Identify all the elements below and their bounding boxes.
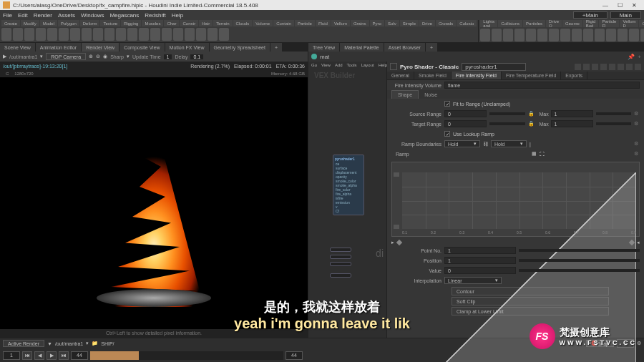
shelf-tool[interactable]	[1, 28, 11, 41]
param-icon[interactable]	[575, 64, 581, 70]
tab-exports[interactable]: Exports	[561, 72, 587, 79]
gear-icon[interactable]: ⚙	[634, 121, 640, 127]
ramp-preset-icon[interactable]: ▦	[532, 151, 537, 157]
start-frame[interactable]: 1	[3, 351, 20, 360]
shelf-tool[interactable]	[104, 28, 114, 41]
shelf-tool[interactable]	[537, 29, 547, 41]
shelf-tool[interactable]	[640, 29, 644, 41]
shelf-tab[interactable]: Collisions	[498, 20, 522, 27]
node-textures[interactable]	[330, 248, 351, 252]
first-frame-button[interactable]: ⏮	[22, 351, 32, 360]
menu-assets[interactable]: Assets	[58, 12, 75, 19]
shelf-tool[interactable]	[629, 29, 639, 41]
rop-camera-button[interactable]: ROP Camera	[46, 53, 86, 60]
ramp-editor[interactable]: 0.10.20.30.40.50.60.70.80.9	[391, 162, 640, 237]
shelf-tab[interactable]: Simple	[400, 20, 419, 26]
shelf-tab[interactable]: Clouds	[233, 20, 253, 26]
menu-megascans[interactable]: Megascans	[109, 12, 139, 19]
gear-icon[interactable]: ⚙	[634, 111, 640, 117]
shelf-tool[interactable]	[24, 28, 34, 41]
tab-tree-view[interactable]: Tree View	[308, 43, 339, 52]
play-button[interactable]: ▶	[47, 351, 57, 360]
shelf-tab[interactable]: Particle	[295, 20, 315, 26]
shelf-tool[interactable]	[116, 28, 126, 41]
shelf-tab[interactable]: Terrain	[213, 20, 232, 26]
lock-icon[interactable]: 🔒	[528, 111, 537, 117]
shelf-tab[interactable]: Contain	[273, 20, 294, 26]
shelf-tool[interactable]	[492, 29, 502, 41]
shelf-tab[interactable]: Polygon	[58, 20, 79, 26]
shelf-tab[interactable]: Drive O	[546, 20, 562, 27]
network-path[interactable]: mat	[320, 54, 329, 60]
shelf-tool[interactable]	[13, 28, 23, 41]
active-render-button[interactable]: Active Render	[3, 340, 44, 347]
shelf-tool[interactable]	[196, 28, 206, 41]
shelf-tool[interactable]	[560, 29, 570, 41]
shelf-tool[interactable]	[618, 29, 628, 41]
param-icon[interactable]	[618, 64, 624, 70]
shelf-tool[interactable]	[36, 28, 46, 41]
tab-motionfx[interactable]: Motion FX View	[165, 43, 209, 52]
link-icon[interactable]: ⛓	[483, 142, 488, 147]
tab-anim-editor[interactable]: Animation Editor	[36, 43, 81, 52]
node-pyroshader[interactable]: pyroshader1 cesurfacedisplacementopacity…	[333, 155, 364, 215]
position-slider[interactable]	[519, 259, 640, 262]
zoom-in-icon[interactable]: ⊕	[89, 54, 93, 59]
menu-file[interactable]: File	[3, 12, 12, 19]
shelf-tab[interactable]: Hair	[199, 20, 213, 26]
shelf-tool[interactable]	[583, 29, 593, 41]
shelf-tool[interactable]	[549, 29, 559, 41]
shelf-tab[interactable]: Particle Fl	[599, 20, 619, 27]
tl-cfg-icon[interactable]: ⚙	[637, 341, 641, 346]
network-view[interactable]: Go View Add Tools Layout Help VEX Builde…	[308, 62, 387, 338]
shelf-tool[interactable]	[514, 29, 525, 41]
shelf-tool[interactable]	[150, 28, 160, 41]
shelf-tool[interactable]	[139, 28, 149, 41]
shader-name-field[interactable]: pyroshader1	[462, 63, 526, 71]
delay-field[interactable]: 0.1	[190, 54, 203, 59]
tab-scene-view[interactable]: Scene View	[0, 43, 35, 52]
node-properties[interactable]	[330, 255, 351, 259]
current-frame[interactable]: 44	[71, 351, 88, 360]
desktop-selector[interactable]: + Main	[573, 11, 608, 19]
shelf-tool[interactable]	[480, 29, 490, 41]
shelf-tool[interactable]	[606, 29, 616, 41]
snapshot-icon[interactable]: ◉	[103, 54, 107, 59]
shelf-tab[interactable]: Rigging	[121, 20, 141, 26]
gear-icon[interactable]: ⚙	[634, 151, 640, 157]
ramp-expand-icon[interactable]: ⛶	[540, 152, 545, 157]
target-min-slider[interactable]	[489, 122, 525, 125]
shelf-tab[interactable]: Oceans	[639, 20, 644, 27]
menu-redshift[interactable]: Redshift	[145, 12, 165, 19]
target-max-field[interactable]: 1	[551, 120, 593, 127]
shelf-tool[interactable]	[127, 28, 137, 41]
shelf-tab[interactable]: Drive	[419, 20, 435, 26]
shelf-tool[interactable]	[208, 28, 218, 41]
last-frame-button[interactable]: ⏭	[59, 351, 69, 360]
param-icon[interactable]	[600, 64, 607, 70]
subtab-shape[interactable]: Shape	[391, 90, 419, 99]
shelf-tab[interactable]: Volume	[253, 20, 273, 26]
zoom-out-icon[interactable]: ⊖	[96, 54, 100, 59]
timeline-track[interactable]	[90, 351, 283, 360]
tl-rop-path[interactable]: /out/mantra1	[55, 341, 83, 346]
play-back-button[interactable]: ◀	[34, 351, 44, 360]
shelf-tab[interactable]: Colosio	[457, 20, 477, 26]
source-max-field[interactable]: 1	[551, 110, 593, 117]
shelf-tool[interactable]	[185, 28, 195, 41]
pin-icon[interactable]: 📌	[628, 54, 635, 60]
shelf-tab[interactable]: Modify	[21, 20, 39, 26]
shelf-tool[interactable]	[59, 28, 69, 41]
gear-icon[interactable]: ⚙	[634, 141, 640, 147]
menu-windows[interactable]: Windows	[81, 12, 104, 19]
subtab-noise[interactable]: Noise	[419, 90, 443, 99]
render-rop-path[interactable]: /out/mantra1	[9, 54, 37, 59]
lookup-ramp-checkbox[interactable]: ✓	[444, 131, 450, 137]
shelf-tab[interactable]: Solv	[385, 20, 399, 26]
param-icon[interactable]	[583, 64, 590, 70]
add-icon[interactable]: +	[638, 54, 641, 60]
ramp-del-point[interactable]	[394, 225, 399, 229]
shelf-tool[interactable]	[82, 28, 92, 41]
target-min-field[interactable]: 0	[444, 120, 487, 127]
shelf-tab[interactable]: Model	[40, 20, 57, 26]
